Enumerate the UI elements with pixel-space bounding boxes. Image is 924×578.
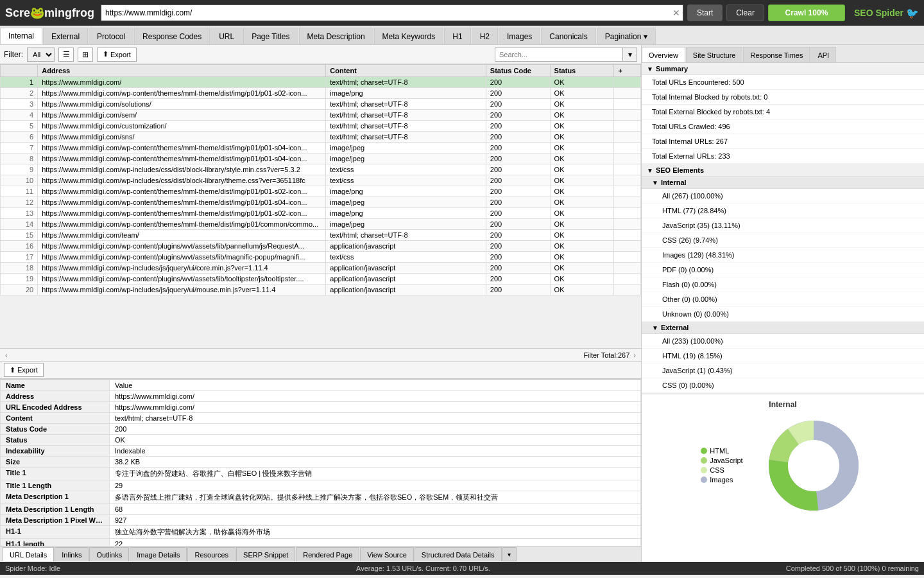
detail-row: H1-1 length 22 bbox=[1, 539, 641, 547]
right-tab-overview[interactable]: Overview bbox=[642, 47, 685, 62]
url-clear-icon[interactable]: ✕ bbox=[672, 8, 680, 18]
export-button[interactable]: ⬆ Export bbox=[97, 48, 137, 62]
scroll-right-icon[interactable]: › bbox=[633, 351, 636, 359]
start-button[interactable]: Start bbox=[687, 4, 723, 21]
table-row[interactable]: 14 https://www.mmldigi.com/wp-content/th… bbox=[1, 219, 641, 230]
table-row[interactable]: 3 https://www.mmldigi.com/solutions/ tex… bbox=[1, 99, 641, 110]
legend-dot bbox=[701, 467, 707, 473]
nav-tab-h1[interactable]: H1 bbox=[444, 28, 470, 44]
search-dropdown-button[interactable]: ▾ bbox=[623, 48, 637, 62]
nav-tab-h2[interactable]: H2 bbox=[472, 28, 498, 44]
internal-item[interactable]: CSS (26) (9.74%) bbox=[642, 233, 924, 248]
nav-tab-internal[interactable]: Internal bbox=[0, 28, 42, 44]
col-header-content[interactable]: Content bbox=[326, 65, 486, 77]
col-header-status-code[interactable]: Status Code bbox=[486, 65, 550, 77]
nav-tab-canonicals[interactable]: Canonicals bbox=[541, 28, 595, 44]
internal-item[interactable]: Unknown (0) (0.00%) bbox=[642, 307, 924, 322]
nav-tab-meta-keywords[interactable]: Meta Keywords bbox=[374, 28, 444, 44]
detail-row: Content text/html; charset=UTF-8 bbox=[1, 413, 641, 424]
summary-header[interactable]: ▼ Summary bbox=[642, 63, 924, 75]
filter-total-bar: ‹ Filter Total: 267 › bbox=[0, 348, 641, 361]
seo-elements-header[interactable]: ▼ SEO Elements bbox=[642, 164, 924, 177]
row-status-code: 200 bbox=[486, 186, 550, 197]
external-item[interactable]: CSS (0) (0.00%) bbox=[642, 378, 924, 393]
scroll-left-icon[interactable]: ‹ bbox=[5, 351, 8, 359]
bottom-tab-inlinks[interactable]: Inlinks bbox=[55, 547, 89, 561]
table-row[interactable]: 16 https://www.mmldigi.com/wp-content/pl… bbox=[1, 241, 641, 252]
table-row[interactable]: 9 https://www.mmldigi.com/wp-includes/cs… bbox=[1, 164, 641, 175]
row-address: https://www.mmldigi.com/sns/ bbox=[38, 132, 326, 143]
grid-view-button[interactable]: ⊞ bbox=[78, 48, 93, 62]
internal-item[interactable]: Flash (0) (0.00%) bbox=[642, 277, 924, 292]
search-input[interactable] bbox=[495, 48, 623, 62]
more-tabs-button[interactable]: ▾ bbox=[502, 547, 517, 561]
table-row[interactable]: 11 https://www.mmldigi.com/wp-content/th… bbox=[1, 186, 641, 197]
table-row[interactable]: 13 https://www.mmldigi.com/wp-content/th… bbox=[1, 208, 641, 219]
bottom-tab-url-details[interactable]: URL Details bbox=[3, 547, 54, 561]
external-subsection-header[interactable]: ▼ External bbox=[642, 322, 924, 334]
crawl-button[interactable]: Crawl 100% bbox=[768, 4, 845, 21]
external-item[interactable]: JavaScript (1) (0.43%) bbox=[642, 363, 924, 378]
right-tab-api[interactable]: API bbox=[810, 47, 836, 62]
internal-item[interactable]: All (267) (100.00%) bbox=[642, 189, 924, 204]
table-row[interactable]: 17 https://www.mmldigi.com/wp-content/pl… bbox=[1, 252, 641, 263]
table-row[interactable]: 10 https://www.mmldigi.com/wp-includes/c… bbox=[1, 175, 641, 186]
legend-item: JavaScript bbox=[701, 457, 742, 464]
url-bar[interactable]: ✕ bbox=[101, 4, 683, 21]
external-item[interactable]: HTML (19) (8.15%) bbox=[642, 349, 924, 363]
nav-tab-meta-description[interactable]: Meta Description bbox=[299, 28, 373, 44]
table-row[interactable]: 2 https://www.mmldigi.com/wp-content/the… bbox=[1, 88, 641, 99]
col-header-plus[interactable]: + bbox=[614, 65, 641, 77]
bottom-tab-structured-data-details[interactable]: Structured Data Details bbox=[415, 547, 502, 561]
nav-tab-images[interactable]: Images bbox=[499, 28, 540, 44]
bottom-tab-rendered-page[interactable]: Rendered Page bbox=[296, 547, 359, 561]
external-item[interactable]: All (233) (100.00%) bbox=[642, 334, 924, 349]
row-status-code: 200 bbox=[486, 263, 550, 274]
url-input[interactable] bbox=[105, 8, 666, 17]
nav-tab-url[interactable]: URL bbox=[210, 28, 243, 44]
row-num: 19 bbox=[1, 274, 38, 285]
table-row[interactable]: 19 https://www.mmldigi.com/wp-content/pl… bbox=[1, 274, 641, 285]
filter-select[interactable]: All bbox=[27, 48, 55, 62]
internal-subsection-header[interactable]: ▼ Internal bbox=[642, 177, 924, 189]
bottom-tab-image-details[interactable]: Image Details bbox=[130, 547, 187, 561]
table-row[interactable]: 20 https://www.mmldigi.com/wp-includes/j… bbox=[1, 285, 641, 295]
bottom-tab-resources[interactable]: Resources bbox=[187, 547, 235, 561]
table-row[interactable]: 5 https://www.mmldigi.com/customization/… bbox=[1, 121, 641, 132]
row-address: https://www.mmldigi.com/wp-includes/css/… bbox=[38, 175, 326, 186]
table-row[interactable]: 12 https://www.mmldigi.com/wp-content/th… bbox=[1, 197, 641, 208]
internal-item[interactable]: HTML (77) (28.84%) bbox=[642, 204, 924, 218]
table-row[interactable]: 1 https://www.mmldigi.com/ text/html; ch… bbox=[1, 77, 641, 88]
data-table: Address Content Status Code Status + 1 h… bbox=[0, 64, 641, 295]
row-content: image/png bbox=[326, 208, 486, 219]
bottom-tab-outlinks[interactable]: Outlinks bbox=[89, 547, 129, 561]
nav-tab-page-titles[interactable]: Page Titles bbox=[243, 28, 298, 44]
col-header-address[interactable]: Address bbox=[38, 65, 326, 77]
internal-item[interactable]: Images (129) (48.31%) bbox=[642, 248, 924, 263]
right-tab-site-structure[interactable]: Site Structure bbox=[686, 47, 743, 62]
nav-tab-protocol[interactable]: Protocol bbox=[89, 28, 133, 44]
export-bottom-button[interactable]: ⬆ Export bbox=[4, 363, 44, 377]
right-tabs: OverviewSite StructureResponse TimesAPI bbox=[642, 45, 924, 63]
nav-tab-pagination-▾[interactable]: Pagination ▾ bbox=[597, 28, 656, 44]
table-row[interactable]: 7 https://www.mmldigi.com/wp-content/the… bbox=[1, 143, 641, 153]
clear-button[interactable]: Clear bbox=[726, 4, 764, 21]
list-view-button[interactable]: ☰ bbox=[58, 48, 74, 62]
row-content: text/html; charset=UTF-8 bbox=[326, 230, 486, 241]
nav-tab-response-codes[interactable]: Response Codes bbox=[134, 28, 210, 44]
col-header-status[interactable]: Status bbox=[550, 65, 614, 77]
table-row[interactable]: 15 https://www.mmldigi.com/team/ text/ht… bbox=[1, 230, 641, 241]
right-tab-response-times[interactable]: Response Times bbox=[743, 47, 810, 62]
internal-item[interactable]: Other (0) (0.00%) bbox=[642, 292, 924, 307]
table-row[interactable]: 4 https://www.mmldigi.com/sem/ text/html… bbox=[1, 110, 641, 121]
svg-point-5 bbox=[788, 440, 839, 491]
bottom-tab-view-source[interactable]: View Source bbox=[360, 547, 414, 561]
internal-item[interactable]: PDF (0) (0.00%) bbox=[642, 263, 924, 277]
internal-item[interactable]: JavaScript (35) (13.11%) bbox=[642, 218, 924, 233]
nav-tab-external[interactable]: External bbox=[43, 28, 88, 44]
table-row[interactable]: 18 https://www.mmldigi.com/wp-includes/j… bbox=[1, 263, 641, 274]
table-row[interactable]: 8 https://www.mmldigi.com/wp-content/the… bbox=[1, 153, 641, 164]
bottom-tab-serp-snippet[interactable]: SERP Snippet bbox=[236, 547, 295, 561]
row-content: text/html; charset=UTF-8 bbox=[326, 77, 486, 88]
table-row[interactable]: 6 https://www.mmldigi.com/sns/ text/html… bbox=[1, 132, 641, 143]
